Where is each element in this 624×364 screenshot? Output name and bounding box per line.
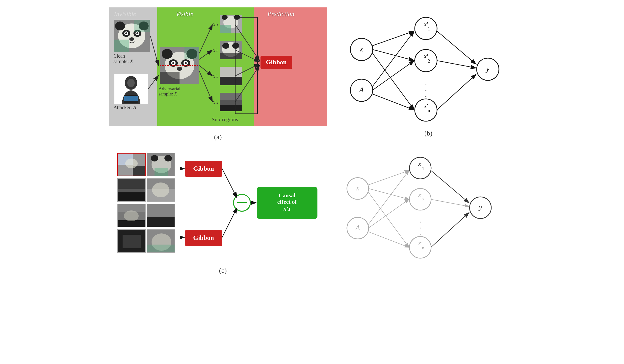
subregion-label-4: x'₄ — [213, 99, 218, 105]
c-img-3-right — [147, 204, 175, 227]
c-img-4-right — [147, 229, 175, 253]
adversarial-label2: sample: X' — [158, 91, 178, 97]
subregion-2: x'₂ — [213, 41, 242, 59]
subregion-label-1: x'₁ — [213, 21, 218, 27]
attacker-label: Attacker: A — [113, 105, 136, 110]
invisible-label: Invisible — [114, 10, 136, 18]
adversarial-label: Adversarial — [158, 86, 181, 91]
svg-point-92 — [125, 159, 138, 168]
diagram-c-nn-wrapper: x A x' 1 x' 2 · · · x' n — [338, 148, 507, 267]
svg-point-40 — [232, 43, 239, 49]
svg-text:x: x — [360, 45, 363, 53]
svg-text:A: A — [355, 224, 360, 231]
svg-rect-116 — [147, 245, 175, 253]
svg-rect-31 — [184, 47, 199, 59]
svg-text:x': x' — [424, 21, 428, 27]
svg-rect-43 — [220, 67, 242, 77]
c-center-svg: Gibbon Gibbon — [180, 141, 329, 265]
svg-point-9 — [136, 32, 138, 34]
svg-point-27 — [185, 62, 187, 64]
svg-rect-47 — [220, 105, 242, 111]
svg-rect-44 — [220, 77, 242, 85]
clean-sample-label2: sample: X — [113, 59, 133, 64]
svg-rect-12 — [134, 20, 150, 32]
c-row-3 — [117, 204, 175, 227]
svg-rect-110 — [147, 204, 175, 217]
svg-line-155 — [368, 192, 409, 247]
main-container: Invisible Visible Prediction — [0, 0, 624, 364]
c-row-4 — [117, 229, 175, 253]
c-img-1-normal — [147, 153, 175, 176]
svg-text:x'₁: x'₁ — [284, 206, 291, 212]
svg-text:x': x' — [418, 192, 422, 198]
svg-text:2: 2 — [422, 197, 424, 202]
svg-point-103 — [152, 182, 169, 197]
svg-point-8 — [125, 32, 127, 34]
svg-text:x': x' — [418, 240, 422, 246]
svg-line-82 — [372, 53, 414, 110]
svg-line-160 — [431, 199, 469, 206]
svg-text:x': x' — [418, 160, 422, 167]
svg-text:n: n — [428, 108, 430, 113]
diagram-b-svg: x A x' 1 x' 2 · · · x' n — [342, 11, 515, 127]
svg-rect-36 — [220, 25, 231, 33]
svg-line-80 — [372, 31, 414, 46]
caption-a: (a) — [214, 133, 222, 141]
svg-point-28 — [177, 67, 182, 71]
diagram-b-wrapper: x A x' 1 x' 2 · · · x' n — [342, 11, 515, 137]
svg-point-2 — [115, 22, 125, 30]
c-img-2-right — [147, 178, 175, 202]
svg-text:effect of: effect of — [277, 199, 297, 205]
svg-point-107 — [124, 210, 139, 221]
gibbon-box-a: Gibbon — [260, 56, 292, 69]
svg-rect-106 — [118, 220, 146, 227]
diagram-c-content: Gibbon Gibbon — [117, 141, 329, 265]
svg-text:1: 1 — [422, 166, 424, 171]
diagram-c-nn-svg: x A x' 1 x' 2 · · · x' n — [338, 148, 507, 267]
svg-text:Gibbon: Gibbon — [193, 234, 214, 241]
c-img-4-left — [117, 229, 146, 253]
svg-line-87 — [437, 61, 476, 68]
svg-point-26 — [172, 62, 174, 64]
svg-text:y: y — [478, 203, 482, 211]
subregion-label-2: x'₂ — [213, 47, 218, 53]
diagram-a: Invisible Visible Prediction — [109, 7, 327, 131]
svg-rect-30 — [160, 72, 180, 84]
svg-text:x: x — [356, 184, 359, 192]
svg-point-95 — [151, 155, 158, 161]
subregion-label-3: x'₃ — [213, 73, 218, 79]
attacker-image — [114, 74, 148, 105]
prediction-label: Prediction — [267, 10, 294, 18]
svg-rect-11 — [114, 40, 129, 52]
clean-sample-label: Clean — [113, 53, 125, 59]
svg-rect-97 — [155, 168, 168, 176]
svg-text:y: y — [485, 65, 490, 73]
svg-text:1: 1 — [428, 26, 430, 31]
clean-sample-image — [114, 20, 150, 53]
visible-label: Visible — [176, 10, 193, 18]
gibbon-label-a: Gibbon — [260, 56, 292, 69]
svg-text:n: n — [422, 245, 424, 250]
svg-line-84 — [372, 61, 414, 90]
svg-point-96 — [164, 155, 172, 161]
c-image-grid — [117, 153, 175, 253]
svg-rect-41 — [220, 53, 242, 59]
diagram-a-wrapper: Invisible Visible Prediction — [109, 7, 327, 141]
svg-rect-100 — [118, 192, 146, 202]
svg-text:x': x' — [424, 102, 428, 109]
sub-regions-label: Sub-regions — [212, 116, 238, 123]
svg-point-15 — [127, 79, 135, 87]
caption-b: (b) — [424, 129, 433, 137]
adversarial-image — [160, 47, 199, 85]
svg-line-127 — [222, 208, 237, 237]
svg-point-20 — [162, 49, 173, 59]
subregion-3: x'₃ — [213, 67, 242, 85]
bottom-row: Gibbon Gibbon — [15, 141, 609, 274]
svg-line-157 — [368, 199, 409, 228]
caption-c: (c) — [219, 267, 227, 274]
diagram-c-wrapper: Gibbon Gibbon — [117, 141, 329, 274]
svg-rect-99 — [118, 179, 146, 189]
svg-line-126 — [222, 169, 237, 198]
svg-point-10 — [129, 37, 134, 41]
svg-rect-46 — [220, 93, 242, 100]
